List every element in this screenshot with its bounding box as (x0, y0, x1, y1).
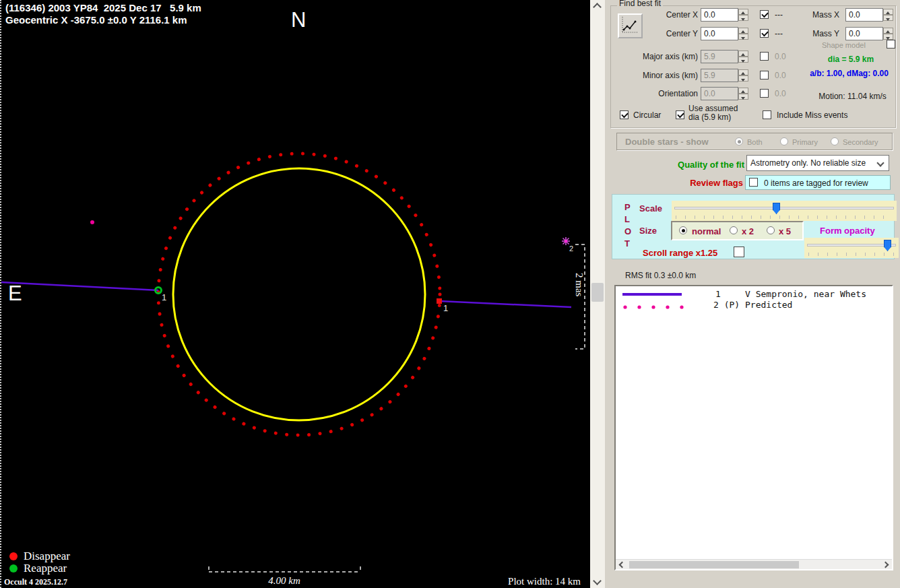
minor-axis-spinner (738, 69, 748, 81)
scale-slider-thumb[interactable] (773, 203, 780, 214)
legend-disappear-row: Disappear (9, 550, 70, 563)
orientation-field: 0.0 (701, 87, 738, 100)
plot-title-line2: Geocentric X -3675.0 ±0.0 Y 2116.1 km (5, 14, 187, 26)
listbox-horizontal-scrollbar[interactable] (616, 559, 892, 569)
mas-scale-bracket (575, 244, 585, 349)
scroll-up-icon[interactable] (593, 3, 602, 11)
size-option-box: normal x 2 x 5 (671, 221, 804, 240)
mass-y-spinner[interactable] (883, 28, 893, 40)
predicted-legend-dots (622, 302, 684, 312)
rms-fit-readout: RMS fit 0.3 ±0.0 km (625, 271, 696, 280)
circular-label: Circular (633, 110, 661, 120)
motion-readout: Motion: 11.04 km/s (807, 92, 898, 101)
scale-label: Scale (639, 203, 662, 214)
center-y-label: Center Y (645, 29, 698, 38)
scroll-right-icon[interactable] (882, 562, 889, 568)
asteroid-limb-circle-yellow (173, 168, 425, 420)
major-axis-spinner (738, 51, 748, 63)
review-flags-text: 0 items are tagged for review (764, 178, 868, 188)
minor-axis-label: Minor axis (km) (632, 71, 698, 80)
occultation-plot-canvas[interactable]: (116346) 2003 YP84 2025 Dec 17 5.9 km Ge… (0, 0, 590, 588)
km-scalebar (209, 566, 360, 572)
listbox-scrollbar-thumb[interactable] (629, 561, 799, 568)
plot-controls-panel: P L O T Scale Size normal x 2 x 5 Form o… (612, 194, 895, 259)
circular-checkbox[interactable] (620, 110, 629, 119)
mass-y-label: Mass Y (807, 29, 839, 38)
orientation-label: Orientation (632, 89, 698, 98)
form-opacity-thumb[interactable] (884, 240, 891, 251)
form-opacity-groove (807, 244, 896, 247)
disappear-dot-icon (9, 552, 18, 560)
scrollbar-thumb[interactable] (591, 283, 604, 302)
observations-listbox[interactable]: 1 V Sempronio, near Whets 2 (P) Predicte… (614, 285, 893, 570)
major-axis-field: 5.9 (701, 50, 738, 63)
plot-width-label: Plot width: 14 km (473, 576, 581, 587)
double-stars-secondary-radio[interactable] (831, 137, 839, 145)
plot-letter-t: T (624, 238, 631, 250)
use-assumed-line2: dia (5.9 km) (688, 113, 738, 122)
center-y-fit-checkbox[interactable] (760, 29, 769, 38)
plot-title-line1: (116346) 2003 YP84 2025 Dec 17 5.9 km (5, 2, 201, 13)
chord-1-right-segment[interactable] (439, 301, 571, 307)
quality-of-fit-dropdown[interactable]: Astrometry only. No reliable size (746, 155, 889, 171)
uncertainty-circle-red-dotted (158, 154, 440, 435)
run-fit-button[interactable] (618, 13, 643, 38)
major-axis-err: 0.0 (775, 52, 786, 61)
predicted-path-dot (90, 220, 94, 224)
center-x-fit-checkbox[interactable] (760, 10, 769, 19)
double-stars-label: Double stars - show (625, 137, 709, 147)
legend-disappear-label: Disappear (24, 550, 70, 563)
form-opacity-ticks (808, 253, 895, 256)
plot-drawing (1, 0, 591, 588)
orientation-fit-checkbox[interactable] (760, 89, 769, 98)
major-axis-label: Major axis (km) (632, 52, 698, 61)
double-stars-both-label: Both (747, 138, 763, 146)
center-x-label: Center X (645, 10, 698, 20)
scroll-range-checkbox[interactable] (734, 247, 744, 257)
center-y-spinner[interactable] (738, 28, 748, 40)
mass-x-spinner[interactable] (883, 9, 893, 21)
size-x2-radio[interactable] (730, 226, 738, 234)
center-x-spinner[interactable] (738, 9, 748, 21)
double-stars-secondary-label: Secondary (843, 138, 878, 146)
size-normal-radio[interactable] (679, 226, 687, 234)
east-label: E (8, 282, 22, 306)
chord-1-left-segment[interactable] (1, 282, 158, 290)
review-flags-checkbox[interactable] (749, 178, 758, 187)
scroll-range-label: Scroll range x1.25 (643, 248, 717, 258)
shape-model-checkbox[interactable] (887, 40, 895, 48)
double-stars-both-radio[interactable] (735, 137, 743, 145)
plot-letter-l: L (624, 214, 631, 226)
mass-x-field[interactable]: 0.0 (845, 8, 883, 22)
scale-slider-ticks (676, 216, 893, 219)
ab-dmag-readout: a/b: 1.00, dMag: 0.00 (800, 69, 898, 78)
mass-x-label: Mass X (807, 10, 839, 20)
star2-number: 2 (569, 244, 573, 253)
quality-of-fit-label: Quality of the fit (618, 160, 744, 170)
panel-scrollbar[interactable] (590, 0, 605, 588)
scroll-left-icon[interactable] (619, 562, 626, 568)
center-y-field[interactable]: 0.0 (701, 27, 738, 40)
north-label: N (291, 8, 306, 32)
double-stars-groupbox: Double stars - show Both Primary Seconda… (616, 133, 893, 150)
center-x-field[interactable]: 0.0 (701, 8, 738, 22)
mass-y-field[interactable]: 0.0 (845, 27, 883, 40)
minor-axis-err: 0.0 (775, 71, 786, 80)
fit-control-panel: Find best fit Center X 0.0 --- Mass X 0.… (605, 0, 900, 588)
chord1-legend-line (622, 293, 682, 296)
dropdown-chevron-icon (876, 159, 884, 166)
double-stars-primary-radio[interactable] (780, 137, 788, 145)
legend-reappear-row: Reappear (9, 562, 67, 575)
disappear-marker-chord1[interactable] (437, 298, 442, 304)
scroll-down-icon[interactable] (593, 577, 602, 585)
occult-fit-window: (116346) 2003 YP84 2025 Dec 17 5.9 km Ge… (0, 0, 900, 588)
include-miss-checkbox[interactable] (763, 110, 771, 119)
use-assumed-dia-checkbox[interactable] (676, 110, 684, 119)
scale-slider[interactable] (672, 201, 897, 221)
quality-of-fit-value: Astrometry only. No reliable size (750, 158, 866, 168)
observation-1-name: V Sempronio, near Whets (745, 289, 866, 299)
minor-axis-fit-checkbox[interactable] (760, 71, 769, 79)
size-x5-radio[interactable] (767, 226, 775, 234)
form-opacity-slider[interactable] (804, 238, 899, 258)
major-axis-fit-checkbox[interactable] (760, 52, 769, 61)
